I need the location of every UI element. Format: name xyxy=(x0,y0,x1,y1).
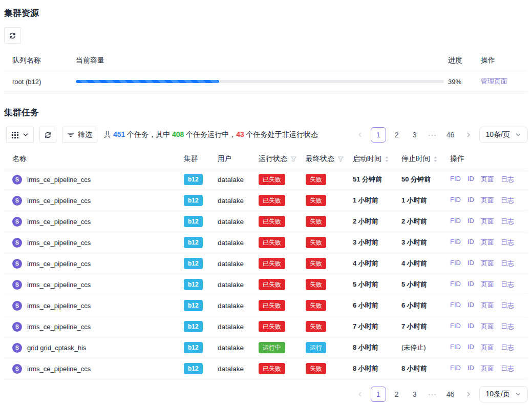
sorter-icon[interactable] xyxy=(385,156,389,163)
pagination-next-button[interactable] xyxy=(461,127,476,143)
action-link-1[interactable]: ID xyxy=(467,175,474,184)
action-link-3[interactable]: 日志 xyxy=(501,196,514,205)
stop-time: 4 小时前 xyxy=(401,259,450,268)
column-header: 最终状态 xyxy=(306,154,334,164)
action-link-0[interactable]: FID xyxy=(450,259,461,268)
action-link-3[interactable]: 日志 xyxy=(501,259,514,268)
summary-text: 个任务，其中 xyxy=(125,130,172,138)
pagination-page-1[interactable]: 1 xyxy=(371,127,386,143)
action-link-1[interactable]: ID xyxy=(467,301,474,310)
table-row: S irms_ce_pipeline_ccs b12 datalake 已失败 … xyxy=(4,190,528,211)
final-status-badge: 失败 xyxy=(306,258,326,269)
action-link-2[interactable]: 页面 xyxy=(481,238,494,247)
action-link-2[interactable]: 页面 xyxy=(481,280,494,289)
pagination-ellipsis[interactable]: ··· xyxy=(425,387,440,402)
action-link-3[interactable]: 日志 xyxy=(501,217,514,226)
queue-name: root (b12) xyxy=(4,78,76,86)
column-header: 操作 xyxy=(450,154,464,164)
avatar: S xyxy=(12,343,22,353)
user-name: datalake xyxy=(218,176,259,184)
start-time: 7 小时前 xyxy=(353,322,401,331)
pagination-next-button[interactable] xyxy=(461,387,476,402)
avatar: S xyxy=(12,322,22,332)
action-link-1[interactable]: ID xyxy=(467,280,474,289)
cluster-console-page: 集群资源 队列名称 当前容量 进度 操作 root (b12) 39% 管理 xyxy=(0,0,532,402)
action-link-1[interactable]: ID xyxy=(467,343,474,352)
stop-time: 5 小时前 xyxy=(401,280,450,289)
action-link-2[interactable]: 页面 xyxy=(481,364,494,373)
pagination-page-3[interactable]: 3 xyxy=(408,127,422,143)
row-actions: FIDID页面日志 xyxy=(450,280,528,289)
pagination-page-46[interactable]: 46 xyxy=(443,387,458,402)
start-time: 2 小时前 xyxy=(353,217,401,226)
action-link-3[interactable]: 日志 xyxy=(501,343,514,352)
action-link-0[interactable]: FID xyxy=(450,175,461,184)
resources-table-header: 队列名称 当前容量 进度 操作 xyxy=(4,51,528,70)
stop-time: 2 小时前 xyxy=(401,217,450,226)
action-link-2[interactable]: 页面 xyxy=(481,343,494,352)
cluster-badge: b12 xyxy=(184,300,203,311)
action-link-1[interactable]: ID xyxy=(467,322,474,331)
pagination-page-3[interactable]: 3 xyxy=(408,387,422,402)
action-link-1[interactable]: ID xyxy=(467,364,474,373)
action-link-1[interactable]: ID xyxy=(467,217,474,226)
row-actions: FIDID页面日志 xyxy=(450,238,528,247)
manage-page-link[interactable]: 管理页面 xyxy=(481,77,507,85)
tasks-refresh-button[interactable] xyxy=(39,127,56,143)
row-actions: FIDID页面日志 xyxy=(450,259,528,268)
summary-count: 408 xyxy=(172,130,184,138)
stop-time: (未停止) xyxy=(401,343,450,352)
page-size-select[interactable]: 10条/页 xyxy=(479,386,528,402)
action-link-1[interactable]: ID xyxy=(467,238,474,247)
action-link-2[interactable]: 页面 xyxy=(481,175,494,184)
layout-dropdown-button[interactable] xyxy=(6,127,34,143)
action-link-3[interactable]: 日志 xyxy=(501,175,514,184)
pagination-page-46[interactable]: 46 xyxy=(443,127,458,143)
pagination-ellipsis[interactable]: ··· xyxy=(425,127,440,143)
avatar: S xyxy=(12,238,22,248)
pagination-page-1[interactable]: 1 xyxy=(371,387,386,402)
start-time: 8 小时前 xyxy=(353,364,401,373)
action-link-1[interactable]: ID xyxy=(467,196,474,205)
sorter-icon[interactable] xyxy=(433,156,438,163)
final-status-badge: 失败 xyxy=(306,300,326,311)
action-link-1[interactable]: ID xyxy=(467,259,474,268)
action-link-2[interactable]: 页面 xyxy=(481,322,494,331)
action-link-3[interactable]: 日志 xyxy=(501,322,514,331)
action-link-0[interactable]: FID xyxy=(450,217,461,226)
action-link-2[interactable]: 页面 xyxy=(481,217,494,226)
action-link-2[interactable]: 页面 xyxy=(481,259,494,268)
action-link-3[interactable]: 日志 xyxy=(501,238,514,247)
stop-time: 3 小时前 xyxy=(401,238,450,247)
action-link-0[interactable]: FID xyxy=(450,301,461,310)
filter-funnel-icon[interactable] xyxy=(290,156,297,163)
pagination-prev-button[interactable] xyxy=(353,387,367,402)
action-link-3[interactable]: 日志 xyxy=(501,301,514,310)
avatar: S xyxy=(12,301,22,311)
action-link-3[interactable]: 日志 xyxy=(501,364,514,373)
filter-lines-icon xyxy=(67,131,74,138)
resources-refresh-button[interactable] xyxy=(4,27,21,44)
action-link-2[interactable]: 页面 xyxy=(481,196,494,205)
start-time: 51 分钟前 xyxy=(353,175,401,184)
run-status-badge: 已失败 xyxy=(259,279,285,290)
filter-funnel-icon[interactable] xyxy=(337,156,344,163)
pagination-page-2[interactable]: 2 xyxy=(390,387,404,402)
action-link-0[interactable]: FID xyxy=(450,196,461,205)
refresh-icon xyxy=(9,32,16,39)
avatar: S xyxy=(12,364,22,374)
action-link-0[interactable]: FID xyxy=(450,238,461,247)
action-link-0[interactable]: FID xyxy=(450,280,461,289)
action-link-0[interactable]: FID xyxy=(450,322,461,331)
action-link-3[interactable]: 日志 xyxy=(501,280,514,289)
action-link-2[interactable]: 页面 xyxy=(481,301,494,310)
pagination-prev-button[interactable] xyxy=(353,127,367,143)
summary-count: 43 xyxy=(236,130,244,138)
filter-button[interactable]: 筛选 xyxy=(62,127,97,143)
page-size-select[interactable]: 10条/页 xyxy=(479,127,528,143)
action-link-0[interactable]: FID xyxy=(450,343,461,352)
pagination-page-2[interactable]: 2 xyxy=(390,127,404,143)
run-status-badge: 已失败 xyxy=(259,216,285,227)
tasks-table-header: 名称集群用户运行状态最终状态启动时间停止时间操作 xyxy=(4,149,528,169)
action-link-0[interactable]: FID xyxy=(450,364,461,373)
